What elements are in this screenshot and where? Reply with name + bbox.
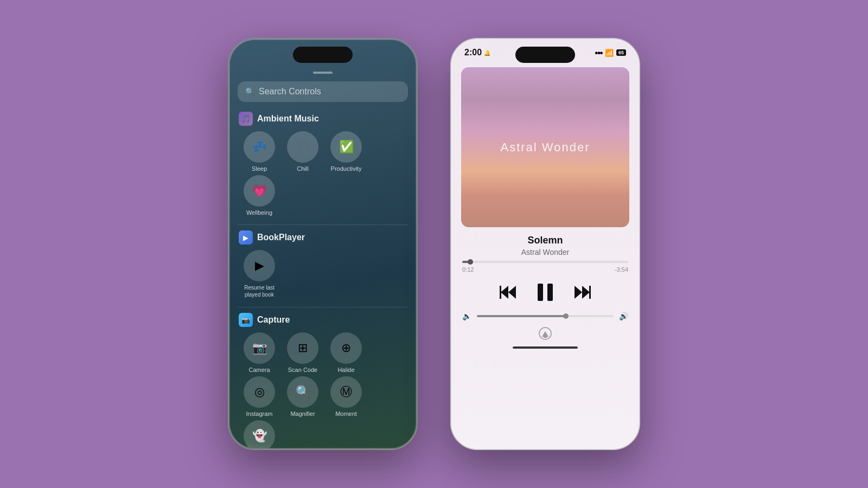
svg-rect-4 [547, 284, 553, 301]
pause-icon [533, 280, 557, 304]
capture-grid: 📷 Camera ⊞ Scan Code ⊕ Halide ◎ Instagra… [238, 332, 408, 449]
right-phone-content: 2:00 🔔 ●●● 📶 65 Astral Wonder Solemn Ast… [451, 39, 639, 449]
ambient-music-title: Ambient Music [257, 114, 319, 124]
time-current: 0:12 [462, 266, 474, 273]
ambient-chill-item[interactable]: 🎵 Chill [281, 131, 324, 172]
album-title-overlay: Astral Wonder [501, 140, 590, 155]
volume-section[interactable]: 🔈 🔊 [451, 312, 639, 320]
progress-section[interactable]: 0:12 -3:54 [451, 261, 639, 273]
phone-right: 2:00 🔔 ●●● 📶 65 Astral Wonder Solemn Ast… [450, 38, 640, 450]
volume-bar[interactable] [477, 315, 614, 317]
track-name: Solemn [451, 235, 639, 246]
ambient-music-grid: 💤 Sleep 🎵 Chill ✅ Productivity 💗 Wellbei… [238, 131, 408, 219]
svg-marker-0 [501, 286, 508, 299]
magnifier-label: Magnifier [290, 410, 315, 417]
drag-handle [313, 72, 333, 74]
moment-icon-circle: Ⓜ [330, 376, 362, 408]
volume-high-icon: 🔊 [619, 312, 628, 320]
capture-icon: 📷 [239, 313, 253, 327]
bookplayer-title: BookPlayer [257, 233, 305, 242]
album-gradient: Astral Wonder [461, 67, 629, 227]
skip-forward-button[interactable] [572, 282, 592, 302]
sleep-label: Sleep [252, 165, 267, 172]
svg-marker-6 [575, 286, 582, 299]
bookplayer-grid: ▶ Resume lastplayed book [238, 250, 408, 301]
time-remaining: -3:54 [615, 266, 628, 273]
camera-item[interactable]: 📷 Camera [238, 332, 281, 373]
svg-rect-2 [500, 286, 501, 299]
ambient-wellbeing-item[interactable]: 💗 Wellbeing [238, 175, 281, 216]
capture-header: 📷 Capture [238, 313, 408, 327]
skip-back-icon [499, 282, 518, 302]
progress-times: 0:12 -3:54 [462, 266, 628, 273]
svg-marker-5 [582, 286, 590, 299]
progress-bar[interactable] [462, 261, 628, 263]
volume-low-icon: 🔈 [462, 312, 471, 320]
resume-book-icon-circle: ▶ [244, 250, 275, 281]
playback-controls [451, 280, 639, 304]
left-phone-content: 🔍 Search Controls 🎵 Ambient Music 💤 Slee… [229, 39, 417, 449]
divider-1 [238, 224, 408, 225]
ambient-sleep-item[interactable]: 💤 Sleep [238, 131, 281, 172]
halide-icon-circle: ⊕ [330, 332, 362, 364]
search-icon: 🔍 [245, 87, 254, 96]
wellbeing-label: Wellbeing [246, 209, 272, 216]
pause-button[interactable] [533, 280, 557, 304]
volume-fill [477, 315, 566, 317]
capture-section: 📷 Capture 📷 Camera ⊞ Scan Code ⊕ [229, 313, 417, 449]
magnifier-icon-circle: 🔍 [287, 376, 318, 408]
instagram-item[interactable]: ◎ Instagram [238, 376, 281, 417]
bookplayer-icon: ▶ [239, 230, 253, 245]
track-info: Solemn Astral Wonder [451, 235, 639, 256]
ambient-music-icon: 🎵 [239, 112, 253, 126]
instagram-label: Instagram [246, 410, 273, 417]
ambient-music-header: 🎵 Ambient Music [238, 112, 408, 126]
battery-indicator: 65 [616, 49, 626, 56]
divider-2 [238, 307, 408, 307]
instagram-icon-circle: ◎ [244, 376, 275, 408]
ambient-music-section: 🎵 Ambient Music 💤 Sleep 🎵 Chill ✅ [229, 112, 417, 219]
svg-rect-10 [544, 337, 547, 338]
halide-label: Halide [337, 367, 354, 373]
phone-left: 🔍 Search Controls 🎵 Ambient Music 💤 Slee… [228, 38, 418, 450]
home-indicator [513, 346, 578, 349]
productivity-icon-circle: ✅ [330, 131, 362, 163]
resume-book-label: Resume lastplayed book [244, 284, 275, 298]
wellbeing-icon-circle: 💗 [244, 175, 275, 207]
moment-label: Moment [335, 410, 357, 417]
snapchat-icon-circle: 👻 [244, 420, 275, 449]
status-right-icons: ●●● 📶 65 [595, 49, 626, 57]
airplay-button[interactable] [538, 326, 553, 341]
svg-marker-9 [542, 331, 548, 337]
moment-item[interactable]: Ⓜ Moment [324, 376, 368, 417]
halide-item[interactable]: ⊕ Halide [324, 332, 368, 373]
bookplayer-section: ▶ BookPlayer ▶ Resume lastplayed book [229, 230, 417, 301]
skip-back-button[interactable] [499, 282, 518, 302]
wifi-icon: 📶 [605, 49, 614, 57]
magnifier-item[interactable]: 🔍 Magnifier [281, 376, 324, 417]
dynamic-island-left [293, 47, 353, 63]
productivity-label: Productivity [331, 165, 362, 172]
chill-label: Chill [297, 165, 308, 172]
camera-icon-circle: 📷 [244, 332, 275, 364]
svg-marker-1 [508, 286, 516, 299]
sleep-icon-circle: 💤 [244, 131, 275, 163]
status-time: 2:00 🔔 [464, 48, 490, 57]
resume-book-item[interactable]: ▶ Resume lastplayed book [238, 250, 281, 298]
svg-rect-3 [538, 284, 543, 301]
phones-container: 🔍 Search Controls 🎵 Ambient Music 💤 Slee… [228, 38, 640, 450]
progress-dot [468, 259, 473, 265]
dynamic-island-right [515, 47, 575, 63]
search-bar[interactable]: 🔍 Search Controls [238, 81, 408, 102]
search-placeholder: Search Controls [259, 87, 321, 97]
scan-code-item[interactable]: ⊞ Scan Code [281, 332, 324, 373]
bookplayer-header: ▶ BookPlayer [238, 230, 408, 245]
scan-code-icon-circle: ⊞ [287, 332, 318, 364]
track-album: Astral Wonder [451, 248, 639, 256]
ambient-productivity-item[interactable]: ✅ Productivity [324, 131, 368, 172]
volume-dot [563, 313, 569, 319]
snapchat-item[interactable]: 👻 Snapchat [238, 420, 281, 449]
skip-forward-icon [572, 282, 592, 302]
bell-icon: 🔔 [484, 50, 490, 56]
camera-label: Camera [248, 367, 270, 373]
